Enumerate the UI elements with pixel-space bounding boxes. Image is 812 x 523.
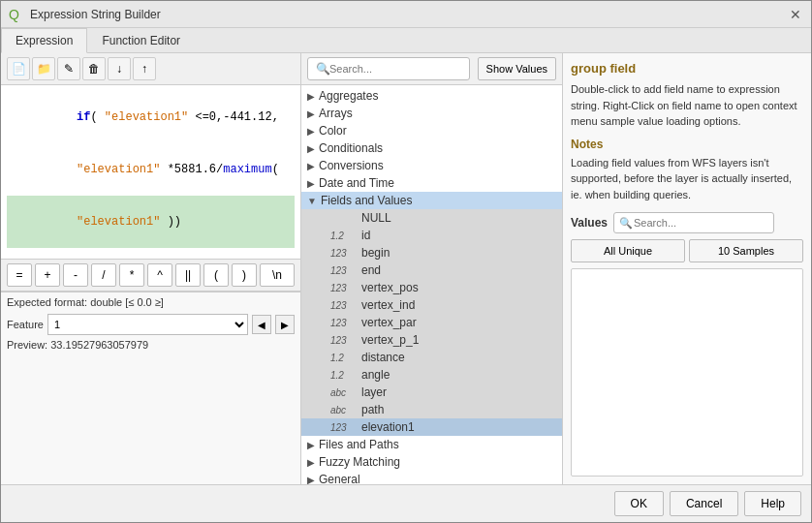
op-multiply[interactable]: * — [119, 263, 144, 287]
open-icon: 📁 — [37, 62, 51, 76]
delete-icon: 🗑 — [88, 62, 100, 76]
group-label-fuzzy-matching: Fuzzy Matching — [319, 455, 400, 469]
group-label-files-and-paths: Files and Paths — [319, 438, 399, 451]
arrow-icon: ▶ — [307, 178, 315, 189]
main-content: 📄 📁 ✎ 🗑 ↓ ↑ — [1, 53, 811, 484]
function-search-input[interactable] — [307, 57, 470, 80]
import-button[interactable]: ↓ — [108, 57, 131, 80]
tree-group-fields-and-values[interactable]: ▼ Fields and Values NULL 1.2 id — [301, 192, 562, 436]
tree-group-date-and-time[interactable]: ▶ Date and Time — [301, 174, 562, 192]
title-bar: Q Expression String Builder ✕ — [1, 1, 811, 28]
op-close-paren[interactable]: ) — [232, 263, 257, 287]
group-label-fields-and-values: Fields and Values — [321, 194, 413, 207]
new-icon: 📄 — [12, 62, 26, 76]
tree-group-general[interactable]: ▶ General — [301, 471, 562, 484]
op-plus[interactable]: + — [35, 263, 60, 287]
delete-button[interactable]: 🗑 — [82, 57, 106, 80]
op-concat[interactable]: || — [175, 263, 201, 287]
tree-group-color[interactable]: ▶ Color — [301, 122, 562, 139]
op-power[interactable]: ^ — [147, 263, 172, 287]
arrow-icon: ▶ — [307, 108, 315, 119]
expand-icon: ▼ — [307, 196, 317, 206]
values-search-input[interactable] — [613, 212, 774, 233]
notes-text: Loading field values from WFS layers isn… — [571, 155, 803, 203]
ten-samples-button[interactable]: 10 Samples — [689, 239, 803, 262]
new-button[interactable]: 📄 — [7, 57, 30, 80]
preview-value: 33.19527963057979 — [50, 339, 148, 351]
op-newline[interactable]: \n — [260, 263, 295, 287]
tree-item-vertex-ind[interactable]: 123 vertex_ind — [301, 296, 562, 314]
feature-row: Feature 1 ◀ ▶ — [1, 312, 300, 337]
tree-item-distance[interactable]: 1.2 distance — [301, 349, 562, 366]
tree-item-label-id: id — [361, 229, 370, 242]
help-button[interactable]: Help — [744, 491, 801, 516]
arrow-icon: ▶ — [307, 440, 315, 450]
tree-item-label-elevation1: elevation1 — [361, 420, 415, 434]
op-divide[interactable]: / — [91, 263, 116, 287]
next-feature-button[interactable]: ▶ — [275, 315, 295, 334]
tree-item-layer[interactable]: abc layer — [301, 384, 562, 401]
tree-group-conversions[interactable]: ▶ Conversions — [301, 157, 562, 174]
tree-item-label-distance: distance — [361, 351, 405, 364]
tree-item-angle[interactable]: 1.2 angle — [301, 366, 562, 384]
float-icon: 1.2 — [330, 370, 358, 381]
tree-item-end[interactable]: 123 end — [301, 262, 562, 279]
group-label-aggregates: Aggregates — [319, 89, 378, 103]
operators-bar: = + - / * ^ || ( ) \n — [1, 260, 300, 292]
op-minus[interactable]: - — [63, 263, 88, 287]
show-values-button[interactable]: Show Values — [478, 57, 556, 80]
tree-item-vertex-par[interactable]: 123 vertex_par — [301, 314, 562, 331]
export-icon: ↑ — [141, 62, 147, 76]
left-panel: 📄 📁 ✎ 🗑 ↓ ↑ — [1, 53, 301, 484]
group-label-conversions: Conversions — [319, 159, 384, 172]
tree-group-fuzzy-matching[interactable]: ▶ Fuzzy Matching — [301, 453, 562, 471]
export-button[interactable]: ↑ — [133, 57, 156, 80]
tree-item-id[interactable]: 1.2 id — [301, 227, 562, 244]
tree-item-vertex-pos[interactable]: 123 vertex_pos — [301, 279, 562, 296]
code-editor[interactable]: if( "elevation1" <=0,-441.12, "elevation… — [1, 85, 300, 260]
tree-item-label-null: NULL — [361, 211, 391, 225]
ok-button[interactable]: OK — [614, 491, 664, 516]
values-header: Values 🔍 — [571, 212, 803, 233]
tab-function-editor[interactable]: Function Editor — [87, 28, 195, 52]
values-label: Values — [571, 216, 608, 230]
string-icon: abc — [330, 387, 358, 398]
tab-expression[interactable]: Expression — [1, 28, 87, 53]
close-button[interactable]: ✕ — [788, 7, 803, 22]
bottom-bar: OK Cancel Help — [1, 484, 811, 522]
int-icon: 123 — [330, 335, 358, 346]
cancel-button[interactable]: Cancel — [670, 491, 738, 516]
tree-item-label-vertex-p1: vertex_p_1 — [361, 333, 419, 347]
tree-item-label-path: path — [361, 403, 384, 416]
tree-item-null[interactable]: NULL — [301, 209, 562, 227]
tree-group-conditionals[interactable]: ▶ Conditionals — [301, 139, 562, 157]
values-section: Values 🔍 All Unique 10 Samples — [571, 212, 803, 477]
tree-item-vertex-p1[interactable]: 123 vertex_p_1 — [301, 331, 562, 349]
function-tree: ▶ Aggregates ▶ Arrays ▶ Color — [301, 85, 562, 484]
op-open-paren[interactable]: ( — [203, 263, 229, 287]
code-line-1: if( "elevation1" <=0,-441.12, — [7, 91, 295, 143]
tree-group-aggregates[interactable]: ▶ Aggregates — [301, 87, 562, 105]
op-equals[interactable]: = — [7, 263, 32, 287]
group-label-general: General — [319, 473, 360, 484]
tree-item-path[interactable]: abc path — [301, 401, 562, 418]
window-title: Expression String Builder — [30, 8, 161, 21]
expected-format: Expected format: double [≤ 0.0 ≥] — [1, 292, 300, 312]
int-icon: 123 — [330, 283, 358, 293]
prev-feature-button[interactable]: ◀ — [252, 315, 271, 334]
arrow-icon: ▶ — [307, 457, 315, 468]
feature-label: Feature — [7, 319, 44, 330]
toolbar: 📄 📁 ✎ 🗑 ↓ ↑ — [1, 53, 300, 85]
all-unique-button[interactable]: All Unique — [571, 239, 685, 262]
right-panel-description: Double-click to add field name to expres… — [571, 81, 803, 130]
tree-item-begin[interactable]: 123 begin — [301, 244, 562, 262]
values-list — [571, 268, 803, 477]
tree-group-files-and-paths[interactable]: ▶ Files and Paths — [301, 436, 562, 453]
tree-item-elevation1[interactable]: 123 elevation1 — [301, 418, 562, 436]
feature-select[interactable]: 1 — [47, 314, 248, 335]
group-label-arrays: Arrays — [319, 107, 353, 120]
arrow-icon: ▶ — [307, 91, 315, 102]
edit-button[interactable]: ✎ — [57, 57, 80, 80]
open-button[interactable]: 📁 — [32, 57, 55, 80]
tree-group-arrays[interactable]: ▶ Arrays — [301, 105, 562, 122]
